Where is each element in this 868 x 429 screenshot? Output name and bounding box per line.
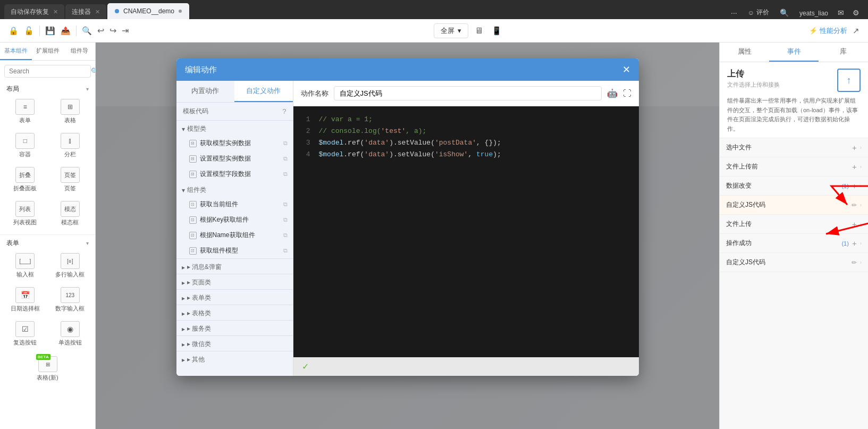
event-before-upload-plus[interactable]: + [852,162,857,171]
dialog-section-tableclass[interactable]: ▸▸ 表格类 [176,305,293,320]
dialog-item-get-by-name[interactable]: ⊡ 根据Name获取组件 ⧉ [176,228,293,243]
export-icon[interactable]: 📤 [61,26,71,36]
component-datepicker-label: 日期选择框 [11,305,40,313]
help-icon[interactable]: ? [282,107,286,115]
dialog-item-set-model-data[interactable]: ⊟ 设置模型实例数据 ⧉ [176,151,293,166]
dialog-item-set-model-field[interactable]: ⊟ 设置模型字段数据 ⧉ [176,166,293,182]
component-radio[interactable]: ◉ 单选按钮 [49,318,91,349]
event-row-select-file[interactable]: 选中文件 + › [720,138,868,157]
event-row-custom-js-1[interactable]: 自定义JS代码 ✏ › [720,196,868,215]
performance-btn[interactable]: ⚡ 性能分析 [809,26,847,36]
search-button-top[interactable]: 🔍 [774,6,794,19]
section-form-label: 表单 [6,239,19,248]
more-button[interactable]: ··· [726,6,743,19]
tab-component-guide[interactable]: 组件导 [63,43,95,60]
tab-auto-save[interactable]: 自动保存恢复 ✕ [4,4,64,19]
component-input[interactable]: [___] 输入框 [4,250,46,281]
component-title: 上传 [727,69,780,80]
right-tab-properties[interactable]: 属性 [720,43,769,62]
event-custom-js-2-edit[interactable]: ✏ [852,259,857,266]
tab-extended-components[interactable]: 扩展组件 [32,43,64,60]
event-op-success-plus[interactable]: + [852,239,857,248]
search-input[interactable] [9,68,89,75]
event-row-custom-js-2[interactable]: 自定义JS代码 ✏ › [720,253,868,272]
dialog-item-get-model-data[interactable]: ⊟ 获取模型实例数据 ⧉ [176,136,293,151]
undo-icon[interactable]: ↩ [97,26,104,36]
dialog-tab-builtin[interactable]: 内置动作 [176,81,235,102]
event-custom-js-2-label: 自定义JS代码 [726,258,765,267]
dialog-tab-custom[interactable]: 自定义动作 [234,81,293,102]
component-textarea[interactable]: [≡] 多行输入框 [49,250,91,281]
event-row-data-change[interactable]: 数据改变 (1) + › [720,176,868,196]
event-select-file-plus[interactable]: + [852,143,857,152]
component-collapse[interactable]: 折叠 折叠面板 [4,164,46,195]
dialog-item-get-current[interactable]: ⊡ 获取当前组件 ⧉ [176,197,293,212]
event-data-change-plus[interactable]: + [852,181,857,190]
tab-auto-save-close[interactable]: ✕ [53,9,58,15]
preview-icon[interactable]: 🔍 [82,26,92,36]
component-table[interactable]: ⊞ 表格 [49,96,91,127]
event-op-success-label: 操作成功 [726,239,752,248]
tab-connector[interactable]: 连接器 ✕ [65,4,106,19]
dialog-item-get-model[interactable]: ⊡ 获取组件模型 ⧉ [176,243,293,258]
action-name-input[interactable] [334,86,602,100]
component-tabs[interactable]: 页签 页签 [49,164,91,195]
tab-demo[interactable]: CNAMEO__demo [107,3,189,19]
mail-icon[interactable]: ✉ [833,6,848,19]
desktop-icon[interactable]: 🖥 [473,24,485,38]
component-number[interactable]: 123 数字输入框 [49,284,91,315]
tab-connector-close[interactable]: ✕ [95,9,100,15]
lock-icon[interactable]: 🔒 [9,26,19,36]
component-section-arrow: ▾ [182,187,185,194]
redo-icon[interactable]: ↪ [109,26,116,36]
right-tab-library[interactable]: 库 [819,43,868,62]
template-code-label: 模板代码 [183,107,208,116]
component-modal-label: 模态框 [61,218,79,226]
component-listview[interactable]: 列表 列表视图 [4,198,46,229]
forward-icon[interactable]: ⇥ [122,26,129,36]
right-tab-events[interactable]: 事件 [769,43,819,62]
lock2-icon[interactable]: 🔓 [24,26,34,36]
code-line-3: 3 $model.ref('data').setValue('postData'… [301,137,631,149]
dialog-section-page[interactable]: ▸▸ 页面类 [176,274,293,289]
event-row-file-upload[interactable]: 文件上传 + › [720,215,868,234]
expand-icon[interactable]: ⛶ [623,89,631,98]
event-select-file-label: 选中文件 [726,143,752,152]
save-icon[interactable]: 💾 [45,26,55,36]
toolbar-sep1 [39,26,40,36]
event-select-file-arrow: › [860,145,862,150]
component-container[interactable]: □ 容器 [4,130,46,161]
review-button[interactable]: ☺ 评价 [743,6,774,19]
tablet-icon[interactable]: 📱 [490,24,504,38]
dialog-close-button[interactable]: ✕ [622,64,630,75]
component-datepicker[interactable]: 📅 日期选择框 [4,284,46,315]
model-section-arrow: ▾ [182,125,185,133]
fullscreen-button[interactable]: 全屏 ▾ [434,23,468,38]
event-custom-js-2-arrow: › [860,259,862,265]
robot-icon[interactable]: 🤖 [607,88,618,98]
dialog-section-message[interactable]: ▸▸ 消息&弹窗 [176,258,293,274]
event-row-op-success[interactable]: 操作成功 (1) + › [720,234,868,253]
settings-icon-top[interactable]: ⚙ [848,6,864,19]
event-row-before-upload[interactable]: 文件上传前 + › [720,157,868,176]
code-line-4: 4 $model.ref('data').setValue('isShow', … [301,149,631,161]
component-table-new[interactable]: ⊞ BETA 表格(新) [4,354,91,384]
tab-basic-components[interactable]: 基本组件 [0,43,32,60]
code-line-2: 2 // console.log('test', a); [301,125,631,137]
dialog-item-get-by-key[interactable]: ⊡ 根据Key获取组件 ⧉ [176,212,293,228]
component-modal[interactable]: 模态 模态框 [49,198,91,229]
event-file-upload-plus[interactable]: + [852,220,857,229]
component-columns[interactable]: ⫿ 分栏 [49,130,91,161]
component-desc: 组件暴露出来一些常用事件，供用户实现来扩展组件的交互，整个页面有加载（on-lo… [727,96,861,133]
dialog-section-serviceclass[interactable]: ▸▸ 服务类 [176,320,293,335]
event-op-success-count: (1) [841,240,848,247]
code-editor[interactable]: 1 // var a = 1; 2 // console.log('test',… [293,106,639,357]
component-checkbox[interactable]: ☑ 复选按钮 [4,318,46,349]
component-form[interactable]: ≡ 表单 [4,96,46,127]
event-custom-js-1-edit[interactable]: ✏ [852,201,857,209]
dialog-section-wechat[interactable]: ▸▸ 微信类 [176,335,293,351]
dialog-section-other[interactable]: ▸▸ 其他 [176,351,293,366]
dialog-section-formclass[interactable]: ▸▸ 表单类 [176,289,293,305]
tab-demo-dot2 [179,10,182,13]
share-icon[interactable]: ↗ [853,26,859,36]
